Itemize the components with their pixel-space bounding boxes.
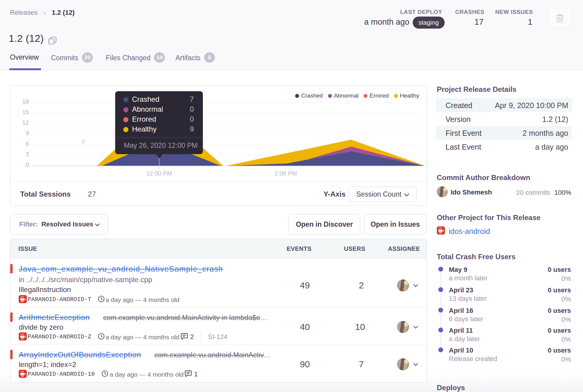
svg-text:12:00 PM: 12:00 PM [146,170,172,177]
svg-text:18: 18 [22,98,29,105]
svg-text:3: 3 [26,151,29,157]
svg-text:6: 6 [26,140,29,147]
svg-text:9: 9 [26,130,29,136]
svg-text:12: 12 [22,119,29,126]
svg-text:15: 15 [22,109,29,115]
svg-text:0: 0 [26,161,29,168]
svg-text:0: 0 [82,138,85,145]
svg-text:2:00 PM: 2:00 PM [275,170,297,177]
